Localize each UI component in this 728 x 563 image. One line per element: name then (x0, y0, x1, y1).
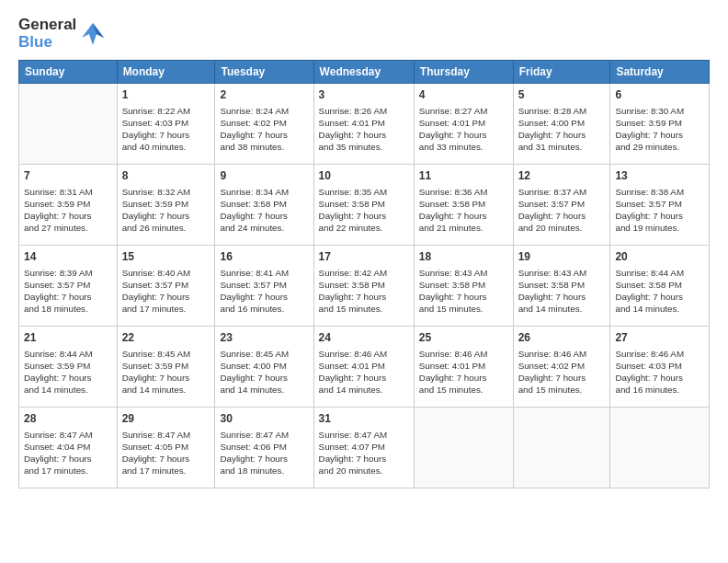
day-cell: 14Sunrise: 8:39 AM Sunset: 3:57 PM Dayli… (19, 246, 118, 327)
day-info: Sunrise: 8:46 AM Sunset: 4:03 PM Dayligh… (615, 348, 704, 396)
header-cell-saturday: Saturday (610, 61, 710, 84)
day-number: 12 (518, 168, 606, 183)
day-info: Sunrise: 8:26 AM Sunset: 4:01 PM Dayligh… (319, 105, 409, 154)
day-number: 4 (419, 87, 508, 102)
day-info: Sunrise: 8:45 AM Sunset: 4:00 PM Dayligh… (220, 348, 308, 396)
header-row: SundayMondayTuesdayWednesdayThursdayFrid… (19, 61, 710, 84)
day-cell: 6Sunrise: 8:30 AM Sunset: 3:59 PM Daylig… (610, 84, 710, 165)
day-number: 28 (24, 411, 112, 426)
day-cell (610, 408, 710, 488)
week-row-1: 1Sunrise: 8:22 AM Sunset: 4:03 PM Daylig… (19, 84, 710, 165)
day-number: 21 (24, 330, 112, 345)
day-cell: 21Sunrise: 8:44 AM Sunset: 3:59 PM Dayli… (19, 327, 118, 408)
day-cell: 30Sunrise: 8:47 AM Sunset: 4:06 PM Dayli… (215, 408, 313, 488)
day-cell (19, 84, 118, 165)
day-number: 30 (220, 411, 308, 426)
day-info: Sunrise: 8:47 AM Sunset: 4:05 PM Dayligh… (122, 429, 210, 477)
day-info: Sunrise: 8:24 AM Sunset: 4:02 PM Dayligh… (220, 105, 308, 154)
day-info: Sunrise: 8:34 AM Sunset: 3:58 PM Dayligh… (220, 186, 308, 235)
header-cell-sunday: Sunday (19, 61, 118, 84)
day-number: 2 (220, 87, 308, 102)
day-cell: 9Sunrise: 8:34 AM Sunset: 3:58 PM Daylig… (215, 165, 313, 246)
day-info: Sunrise: 8:46 AM Sunset: 4:01 PM Dayligh… (319, 348, 409, 396)
day-info: Sunrise: 8:40 AM Sunset: 3:57 PM Dayligh… (122, 267, 210, 316)
day-cell: 17Sunrise: 8:42 AM Sunset: 3:58 PM Dayli… (313, 246, 414, 327)
day-info: Sunrise: 8:27 AM Sunset: 4:01 PM Dayligh… (419, 105, 508, 154)
logo: General Blue (18, 17, 106, 51)
day-info: Sunrise: 8:38 AM Sunset: 3:57 PM Dayligh… (615, 186, 704, 235)
day-number: 3 (319, 87, 409, 102)
day-number: 27 (615, 330, 704, 345)
day-cell: 11Sunrise: 8:36 AM Sunset: 3:58 PM Dayli… (414, 165, 513, 246)
header-cell-monday: Monday (117, 61, 215, 84)
header-cell-wednesday: Wednesday (313, 61, 414, 84)
week-row-2: 7Sunrise: 8:31 AM Sunset: 3:59 PM Daylig… (19, 165, 710, 246)
day-number: 25 (419, 330, 508, 345)
day-number: 7 (24, 168, 112, 183)
page-container: General Blue SundayMondayTuesdayWednesda… (0, 0, 728, 498)
day-info: Sunrise: 8:36 AM Sunset: 3:58 PM Dayligh… (419, 186, 508, 235)
week-row-3: 14Sunrise: 8:39 AM Sunset: 3:57 PM Dayli… (19, 246, 710, 327)
logo-blue: Blue (18, 34, 76, 52)
day-cell: 23Sunrise: 8:45 AM Sunset: 4:00 PM Dayli… (215, 327, 313, 408)
day-number: 13 (615, 168, 704, 183)
day-info: Sunrise: 8:39 AM Sunset: 3:57 PM Dayligh… (24, 267, 112, 316)
day-info: Sunrise: 8:46 AM Sunset: 4:02 PM Dayligh… (518, 348, 606, 396)
week-row-4: 21Sunrise: 8:44 AM Sunset: 3:59 PM Dayli… (19, 327, 710, 408)
day-cell: 15Sunrise: 8:40 AM Sunset: 3:57 PM Dayli… (117, 246, 215, 327)
logo-text-block: General Blue (18, 17, 76, 51)
day-cell: 27Sunrise: 8:46 AM Sunset: 4:03 PM Dayli… (610, 327, 710, 408)
day-cell: 29Sunrise: 8:47 AM Sunset: 4:05 PM Dayli… (117, 408, 215, 488)
logo-general: General (18, 17, 76, 34)
day-cell: 12Sunrise: 8:37 AM Sunset: 3:57 PM Dayli… (513, 165, 610, 246)
day-info: Sunrise: 8:47 AM Sunset: 4:06 PM Dayligh… (220, 429, 308, 477)
day-info: Sunrise: 8:45 AM Sunset: 3:59 PM Dayligh… (122, 348, 210, 396)
day-cell: 25Sunrise: 8:46 AM Sunset: 4:01 PM Dayli… (414, 327, 513, 408)
day-cell (414, 408, 513, 488)
day-cell: 4Sunrise: 8:27 AM Sunset: 4:01 PM Daylig… (414, 84, 513, 165)
day-number: 9 (220, 168, 308, 183)
day-number: 17 (319, 249, 409, 264)
day-info: Sunrise: 8:42 AM Sunset: 3:58 PM Dayligh… (319, 267, 409, 316)
day-number: 1 (122, 87, 210, 102)
day-number: 22 (122, 330, 210, 345)
day-cell: 16Sunrise: 8:41 AM Sunset: 3:57 PM Dayli… (215, 246, 313, 327)
day-info: Sunrise: 8:31 AM Sunset: 3:59 PM Dayligh… (24, 186, 112, 235)
header-cell-friday: Friday (513, 61, 610, 84)
day-cell: 24Sunrise: 8:46 AM Sunset: 4:01 PM Dayli… (313, 327, 414, 408)
day-cell: 18Sunrise: 8:43 AM Sunset: 3:58 PM Dayli… (414, 246, 513, 327)
day-number: 11 (419, 168, 508, 183)
day-info: Sunrise: 8:30 AM Sunset: 3:59 PM Dayligh… (615, 105, 704, 154)
day-info: Sunrise: 8:37 AM Sunset: 3:57 PM Dayligh… (518, 186, 606, 235)
day-number: 23 (220, 330, 308, 345)
day-number: 6 (615, 87, 704, 102)
day-info: Sunrise: 8:47 AM Sunset: 4:04 PM Dayligh… (24, 429, 112, 477)
day-info: Sunrise: 8:44 AM Sunset: 3:59 PM Dayligh… (24, 348, 112, 396)
day-info: Sunrise: 8:47 AM Sunset: 4:07 PM Dayligh… (319, 429, 409, 477)
day-number: 16 (220, 249, 308, 264)
day-cell: 3Sunrise: 8:26 AM Sunset: 4:01 PM Daylig… (313, 84, 414, 165)
day-cell: 8Sunrise: 8:32 AM Sunset: 3:59 PM Daylig… (117, 165, 215, 246)
week-row-5: 28Sunrise: 8:47 AM Sunset: 4:04 PM Dayli… (19, 408, 710, 488)
day-number: 8 (122, 168, 210, 183)
day-number: 19 (518, 249, 606, 264)
day-number: 10 (319, 168, 409, 183)
day-info: Sunrise: 8:43 AM Sunset: 3:58 PM Dayligh… (518, 267, 606, 316)
day-number: 20 (615, 249, 704, 264)
logo-inner: General Blue (18, 17, 106, 51)
day-cell: 26Sunrise: 8:46 AM Sunset: 4:02 PM Dayli… (513, 327, 610, 408)
day-number: 14 (24, 249, 112, 264)
day-cell (513, 408, 610, 488)
header-cell-tuesday: Tuesday (215, 61, 313, 84)
day-info: Sunrise: 8:32 AM Sunset: 3:59 PM Dayligh… (122, 186, 210, 235)
header: General Blue (18, 17, 710, 51)
day-info: Sunrise: 8:28 AM Sunset: 4:00 PM Dayligh… (518, 105, 606, 154)
day-number: 5 (518, 87, 606, 102)
day-info: Sunrise: 8:44 AM Sunset: 3:58 PM Dayligh… (615, 267, 704, 316)
logo-bird-icon (80, 21, 106, 47)
day-cell: 19Sunrise: 8:43 AM Sunset: 3:58 PM Dayli… (513, 246, 610, 327)
day-cell: 10Sunrise: 8:35 AM Sunset: 3:58 PM Dayli… (313, 165, 414, 246)
day-number: 15 (122, 249, 210, 264)
day-number: 26 (518, 330, 606, 345)
day-number: 31 (319, 411, 409, 426)
